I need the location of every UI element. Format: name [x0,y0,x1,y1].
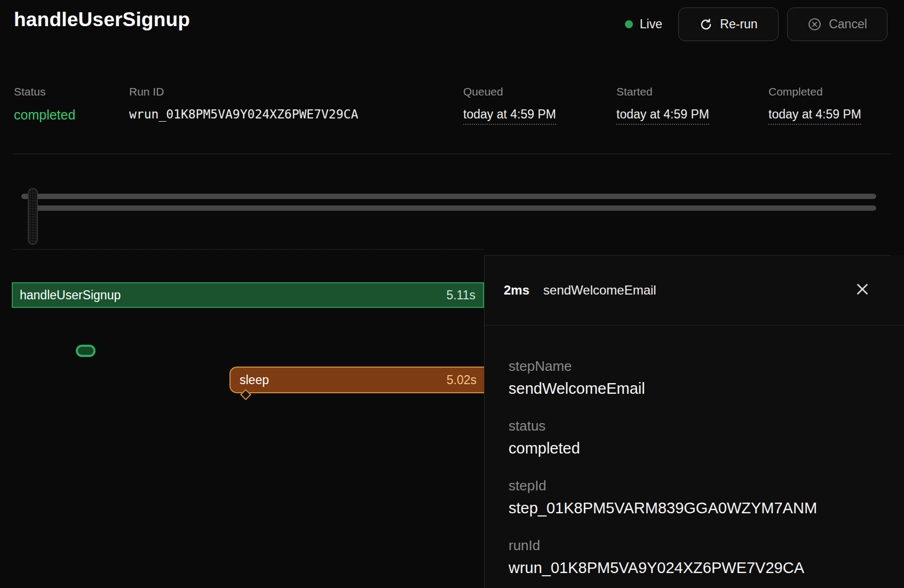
meta-status-label: Status [14,85,75,98]
field-value: wrun_01K8PM5VA9Y024XZ6PWE7V29CA [509,558,885,577]
page-title: handleUserSignup [14,9,190,31]
step-detail-panel: 2ms sendWelcomeEmail stepName sendWelcom… [484,255,904,588]
minimap-bar-sleep[interactable] [31,205,876,211]
run-id-value: wrun_01K8PM5VA9Y024XZ6PWE7V29CA [129,107,358,121]
field-value: step_01K8PM5VARM839GGA0WZYM7ANM [509,498,885,518]
meta-status: Status completed [14,85,75,123]
started-time-value: today at 4:59 PM [616,107,709,125]
field-value: sendWelcomeEmail [509,379,885,398]
workflow-run-screen: handleUserSignup Live Re-run Cancel [0,0,904,588]
step-detail-header: 2ms sendWelcomeEmail [485,255,904,325]
cancel-button[interactable]: Cancel [787,7,887,41]
rerun-label: Re-run [720,17,757,31]
cancel-circle-x-icon [807,17,822,31]
gantt-divider [13,249,484,250]
field-label: status [509,417,885,434]
step-detail-fields: stepName sendWelcomeEmail status complet… [485,325,904,577]
gantt-bar-name: sleep [231,373,269,387]
field-label: stepName [509,357,885,375]
timeline-scrubber-handle[interactable] [28,188,38,245]
gantt-bar-name: handleUserSignup [13,288,121,303]
queued-time-value: today at 4:59 PM [463,107,556,125]
live-indicator: Live [625,17,662,31]
meta-queued: Queued today at 4:59 PM [463,85,556,125]
minimap-bar-root[interactable] [21,194,876,199]
meta-started: Started today at 4:59 PM [616,85,709,125]
refresh-icon [699,18,713,31]
step-pill-marker[interactable] [76,345,96,357]
meta-run-id-label: Run ID [129,85,358,98]
field-label: stepId [509,477,885,494]
header-actions: Live Re-run Cancel [625,7,887,41]
live-dot-icon [625,20,633,28]
gantt-bar-duration: 5.11s [446,288,483,303]
meta-completed: Completed today at 4:59 PM [768,85,861,125]
completed-time-value: today at 4:59 PM [768,107,861,125]
meta-completed-label: Completed [768,85,861,98]
field-stepname: stepName sendWelcomeEmail [509,357,885,398]
close-panel-button[interactable] [852,280,873,301]
field-status: status completed [509,417,885,458]
step-duration: 2ms [504,283,529,298]
step-title: sendWelcomeEmail [543,283,656,298]
cancel-label: Cancel [829,17,867,31]
meta-run-id: Run ID wrun_01K8PM5VA9Y024XZ6PWE7V29CA [129,85,358,121]
meta-queued-label: Queued [463,85,556,98]
gantt-bar-duration: 5.02s [447,373,484,387]
field-stepid: stepId step_01K8PM5VARM839GGA0WZYM7ANM [509,477,885,518]
live-label: Live [640,17,662,31]
field-runid: runId wrun_01K8PM5VA9Y024XZ6PWE7V29CA [509,537,885,577]
field-value: completed [509,439,885,458]
close-icon [854,281,870,299]
rerun-button[interactable]: Re-run [678,7,779,41]
status-value: completed [14,107,75,123]
field-label: runId [509,537,885,554]
meta-started-label: Started [616,85,709,98]
header-divider [13,154,891,154]
gantt-bar-sleep[interactable]: sleep 5.02s [229,367,484,393]
gantt-bar-handleusersignup[interactable]: handleUserSignup 5.11s [12,282,484,308]
